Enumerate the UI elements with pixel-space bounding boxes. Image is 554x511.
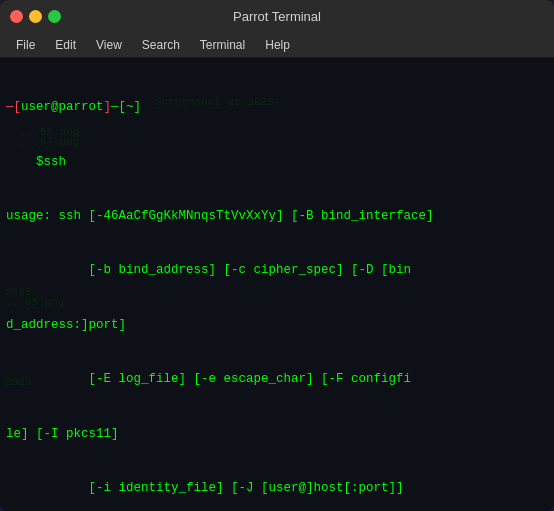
output-line-2b: d_address:]port]	[6, 316, 548, 334]
window-controls	[10, 10, 61, 23]
output-line-3b: le] [-I pkcs11]	[6, 425, 548, 443]
menu-help[interactable]: Help	[257, 36, 298, 54]
menu-view[interactable]: View	[88, 36, 130, 54]
bracket-open: ─	[6, 98, 14, 116]
prompt-dir: ─[~]	[111, 98, 141, 116]
bracket-left: [	[14, 98, 22, 116]
menu-file[interactable]: File	[8, 36, 43, 54]
window-title: Parrot Terminal	[233, 9, 321, 24]
terminal-window: Parrot Terminal File Edit View Search Te…	[0, 0, 554, 511]
output-line-3: [-E log_file] [-e escape_char] [-F confi…	[6, 370, 548, 388]
menu-terminal[interactable]: Terminal	[192, 36, 253, 54]
terminal-body[interactable]: ─[user@parrot]─[~] $ssh usage: ssh [-46A…	[0, 58, 554, 511]
output-line-2: [-b bind_address] [-c cipher_spec] [-D […	[6, 261, 548, 279]
menu-search[interactable]: Search	[134, 36, 188, 54]
close-button[interactable]	[10, 10, 23, 23]
maximize-button[interactable]	[48, 10, 61, 23]
minimize-button[interactable]	[29, 10, 42, 23]
terminal-output: ─[user@parrot]─[~] $ssh usage: ssh [-46A…	[6, 62, 548, 511]
menubar: File Edit View Search Terminal Help	[0, 32, 554, 58]
bracket-right: ]	[104, 98, 112, 116]
cmd-line-1: $ssh	[6, 153, 548, 171]
titlebar: Parrot Terminal	[0, 0, 554, 32]
username: user@parrot	[21, 98, 104, 116]
output-line-4: [-i identity_file] [-J [user@]host[:port…	[6, 479, 548, 497]
menu-edit[interactable]: Edit	[47, 36, 84, 54]
output-line-1: usage: ssh [-46AaCfGgKkMNnqsTtVvXxYy] [-…	[6, 207, 548, 225]
prompt-line-1: ─[user@parrot]─[~]	[6, 98, 548, 116]
